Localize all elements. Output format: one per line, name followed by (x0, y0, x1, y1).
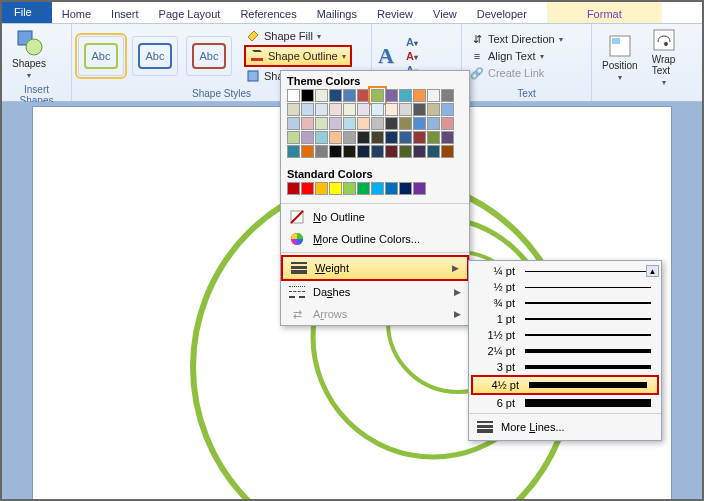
theme-color-swatch[interactable] (287, 131, 300, 144)
tab-format[interactable]: Format (577, 5, 632, 23)
weight-option-225pt[interactable]: 2¼ pt (469, 343, 661, 359)
theme-color-swatch[interactable] (287, 89, 300, 102)
tab-developer[interactable]: Developer (467, 5, 537, 23)
theme-color-swatch[interactable] (399, 145, 412, 158)
weight-submenu-item[interactable]: Weight ▶ (281, 255, 469, 281)
theme-color-swatch[interactable] (385, 131, 398, 144)
theme-color-swatch[interactable] (413, 145, 426, 158)
shape-style-preset-2[interactable]: Abc (132, 36, 178, 76)
wordart-letter-icon[interactable]: A (378, 43, 394, 69)
standard-color-swatch[interactable] (287, 182, 300, 195)
theme-color-swatch[interactable] (371, 117, 384, 130)
more-outline-colors-item[interactable]: More Outline Colors... (281, 228, 469, 250)
theme-color-swatch[interactable] (441, 131, 454, 144)
weight-option-45pt[interactable]: 4½ pt (471, 375, 659, 395)
theme-color-swatch[interactable] (343, 131, 356, 144)
theme-color-swatch[interactable] (343, 103, 356, 116)
tab-insert[interactable]: Insert (101, 5, 149, 23)
theme-color-swatch[interactable] (413, 103, 426, 116)
theme-color-swatch[interactable] (357, 103, 370, 116)
theme-color-swatch[interactable] (287, 117, 300, 130)
shape-style-preset-1[interactable]: Abc (78, 36, 124, 76)
tab-view[interactable]: View (423, 5, 467, 23)
theme-color-swatch[interactable] (385, 89, 398, 102)
theme-color-swatch[interactable] (427, 145, 440, 158)
text-outline-icon[interactable]: A▾ (406, 50, 418, 62)
theme-color-swatch[interactable] (427, 117, 440, 130)
arrows-submenu-item[interactable]: ⇄ Arrows ▶ (281, 303, 469, 325)
weight-option-15pt[interactable]: 1½ pt (469, 327, 661, 343)
standard-color-swatch[interactable] (413, 182, 426, 195)
position-button[interactable]: Position▾ (598, 32, 642, 84)
theme-color-swatch[interactable] (371, 89, 384, 102)
standard-color-swatch[interactable] (301, 182, 314, 195)
standard-color-swatch[interactable] (357, 182, 370, 195)
theme-color-swatch[interactable] (329, 117, 342, 130)
theme-color-swatch[interactable] (399, 103, 412, 116)
theme-color-swatch[interactable] (329, 131, 342, 144)
theme-color-swatch[interactable] (301, 145, 314, 158)
theme-color-swatch[interactable] (357, 117, 370, 130)
file-tab[interactable]: File ▾ (2, 1, 52, 23)
theme-color-swatch[interactable] (413, 117, 426, 130)
theme-color-swatch[interactable] (427, 131, 440, 144)
theme-color-swatch[interactable] (357, 89, 370, 102)
theme-color-swatch[interactable] (371, 145, 384, 158)
theme-color-swatch[interactable] (343, 89, 356, 102)
tab-review[interactable]: Review (367, 5, 423, 23)
theme-color-swatch[interactable] (441, 89, 454, 102)
shape-style-preset-3[interactable]: Abc (186, 36, 232, 76)
theme-color-swatch[interactable] (399, 89, 412, 102)
weight-option-05pt[interactable]: ½ pt (469, 279, 661, 295)
text-direction-button[interactable]: ⇵Text Direction▾ (468, 31, 565, 47)
standard-color-swatch[interactable] (329, 182, 342, 195)
theme-color-swatch[interactable] (315, 145, 328, 158)
theme-color-swatch[interactable] (385, 145, 398, 158)
theme-color-swatch[interactable] (371, 103, 384, 116)
theme-color-swatch[interactable] (385, 117, 398, 130)
theme-color-swatch[interactable] (315, 131, 328, 144)
theme-color-swatch[interactable] (441, 103, 454, 116)
theme-color-swatch[interactable] (413, 89, 426, 102)
scroll-up-button[interactable]: ▲ (646, 265, 659, 277)
standard-color-swatch[interactable] (371, 182, 384, 195)
wrap-text-button[interactable]: Wrap Text▾ (648, 26, 680, 89)
theme-color-swatch[interactable] (413, 131, 426, 144)
theme-color-swatch[interactable] (301, 89, 314, 102)
theme-color-swatch[interactable] (427, 103, 440, 116)
theme-color-swatch[interactable] (301, 131, 314, 144)
dashes-submenu-item[interactable]: Dashes ▶ (281, 281, 469, 303)
tab-references[interactable]: References (230, 5, 306, 23)
standard-color-swatch[interactable] (343, 182, 356, 195)
theme-color-swatch[interactable] (287, 103, 300, 116)
theme-color-swatch[interactable] (315, 89, 328, 102)
theme-color-swatch[interactable] (357, 145, 370, 158)
weight-option-3pt[interactable]: 3 pt (469, 359, 661, 375)
shape-outline-button[interactable]: Shape Outline▾ (244, 45, 352, 67)
theme-color-swatch[interactable] (441, 117, 454, 130)
theme-color-swatch[interactable] (399, 117, 412, 130)
weight-option-075pt[interactable]: ¾ pt (469, 295, 661, 311)
theme-color-swatch[interactable] (357, 131, 370, 144)
no-outline-item[interactable]: No Outline (281, 206, 469, 228)
more-lines-item[interactable]: More Lines... (469, 416, 661, 438)
tab-home[interactable]: Home (52, 5, 101, 23)
theme-color-swatch[interactable] (343, 117, 356, 130)
standard-color-swatch[interactable] (315, 182, 328, 195)
theme-color-swatch[interactable] (301, 117, 314, 130)
weight-option-6pt[interactable]: 6 pt (469, 395, 661, 411)
standard-color-swatch[interactable] (385, 182, 398, 195)
tab-page-layout[interactable]: Page Layout (149, 5, 231, 23)
tab-mailings[interactable]: Mailings (307, 5, 367, 23)
standard-color-swatch[interactable] (399, 182, 412, 195)
theme-color-swatch[interactable] (287, 145, 300, 158)
theme-color-swatch[interactable] (329, 145, 342, 158)
theme-color-swatch[interactable] (301, 103, 314, 116)
align-text-button[interactable]: ≡Align Text▾ (468, 48, 565, 64)
weight-option-1pt[interactable]: 1 pt (469, 311, 661, 327)
text-fill-icon[interactable]: A▾ (406, 36, 418, 48)
weight-option-025pt[interactable]: ¼ pt (469, 263, 661, 279)
theme-color-swatch[interactable] (427, 89, 440, 102)
theme-color-swatch[interactable] (441, 145, 454, 158)
theme-color-swatch[interactable] (399, 131, 412, 144)
